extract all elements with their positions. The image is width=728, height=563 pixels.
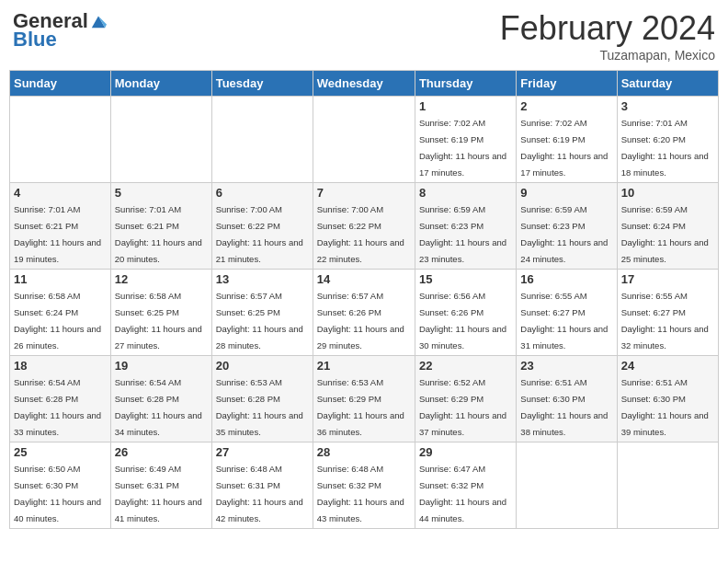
day-number: 28: [317, 445, 411, 459]
day-info: Sunrise: 7:02 AM Sunset: 6:19 PM Dayligh…: [419, 118, 506, 178]
calendar-day-cell: 7Sunrise: 7:00 AM Sunset: 6:22 PM Daylig…: [313, 183, 415, 270]
calendar-day-cell: 28Sunrise: 6:48 AM Sunset: 6:32 PM Dayli…: [313, 442, 415, 529]
day-info: Sunrise: 7:00 AM Sunset: 6:22 PM Dayligh…: [317, 204, 404, 264]
calendar-day-cell: [10, 97, 111, 183]
calendar-day-cell: 11Sunrise: 6:58 AM Sunset: 6:24 PM Dayli…: [10, 270, 111, 356]
day-number: 12: [115, 272, 208, 286]
day-info: Sunrise: 6:53 AM Sunset: 6:29 PM Dayligh…: [317, 377, 404, 437]
calendar-body: 1Sunrise: 7:02 AM Sunset: 6:19 PM Daylig…: [10, 97, 719, 529]
weekday-header-cell: Monday: [110, 71, 211, 97]
title-section: February 2024 Tuzamapan, Mexico: [500, 9, 715, 63]
day-info: Sunrise: 6:56 AM Sunset: 6:26 PM Dayligh…: [419, 291, 506, 350]
calendar-week-row: 11Sunrise: 6:58 AM Sunset: 6:24 PM Dayli…: [10, 270, 719, 356]
day-number: 7: [317, 186, 411, 200]
day-number: 6: [216, 186, 309, 200]
day-info: Sunrise: 6:59 AM Sunset: 6:24 PM Dayligh…: [621, 204, 709, 264]
calendar-day-cell: [517, 442, 617, 529]
day-number: 5: [115, 186, 208, 200]
logo-blue-text: Blue: [13, 28, 57, 52]
day-info: Sunrise: 6:59 AM Sunset: 6:23 PM Dayligh…: [520, 204, 608, 264]
calendar-day-cell: 13Sunrise: 6:57 AM Sunset: 6:25 PM Dayli…: [211, 270, 313, 356]
day-info: Sunrise: 6:54 AM Sunset: 6:28 PM Dayligh…: [14, 377, 101, 437]
calendar-day-cell: 3Sunrise: 7:01 AM Sunset: 6:20 PM Daylig…: [617, 97, 718, 183]
calendar-day-cell: 6Sunrise: 7:00 AM Sunset: 6:22 PM Daylig…: [211, 183, 313, 270]
day-number: 23: [520, 359, 612, 373]
day-number: 16: [520, 272, 612, 286]
calendar-day-cell: 2Sunrise: 7:02 AM Sunset: 6:19 PM Daylig…: [517, 97, 617, 183]
calendar-day-cell: 20Sunrise: 6:53 AM Sunset: 6:28 PM Dayli…: [211, 356, 313, 442]
day-info: Sunrise: 6:55 AM Sunset: 6:27 PM Dayligh…: [520, 291, 608, 350]
location: Tuzamapan, Mexico: [500, 48, 715, 63]
calendar-table: SundayMondayTuesdayWednesdayThursdayFrid…: [9, 70, 719, 529]
day-info: Sunrise: 7:01 AM Sunset: 6:21 PM Dayligh…: [115, 204, 202, 264]
calendar-week-row: 18Sunrise: 6:54 AM Sunset: 6:28 PM Dayli…: [10, 356, 719, 442]
weekday-header-cell: Thursday: [415, 71, 516, 97]
day-number: 14: [317, 272, 411, 286]
day-number: 29: [419, 445, 512, 459]
day-info: Sunrise: 6:48 AM Sunset: 6:31 PM Dayligh…: [216, 464, 303, 523]
calendar-day-cell: 27Sunrise: 6:48 AM Sunset: 6:31 PM Dayli…: [211, 442, 313, 529]
day-number: 13: [216, 272, 309, 286]
day-number: 4: [14, 186, 107, 200]
calendar-day-cell: 1Sunrise: 7:02 AM Sunset: 6:19 PM Daylig…: [415, 97, 516, 183]
day-number: 2: [520, 99, 612, 113]
logo-icon: [90, 13, 107, 29]
day-number: 21: [317, 359, 411, 373]
day-number: 25: [14, 445, 107, 459]
day-number: 8: [419, 186, 512, 200]
day-number: 9: [520, 186, 612, 200]
calendar-day-cell: 15Sunrise: 6:56 AM Sunset: 6:26 PM Dayli…: [415, 270, 516, 356]
calendar-day-cell: 5Sunrise: 7:01 AM Sunset: 6:21 PM Daylig…: [110, 183, 211, 270]
day-info: Sunrise: 6:47 AM Sunset: 6:32 PM Dayligh…: [419, 464, 506, 523]
day-info: Sunrise: 6:51 AM Sunset: 6:30 PM Dayligh…: [621, 377, 709, 437]
calendar-week-row: 1Sunrise: 7:02 AM Sunset: 6:19 PM Daylig…: [10, 97, 719, 183]
day-info: Sunrise: 6:50 AM Sunset: 6:30 PM Dayligh…: [14, 464, 101, 523]
day-info: Sunrise: 7:02 AM Sunset: 6:19 PM Dayligh…: [520, 118, 608, 178]
weekday-header-cell: Saturday: [617, 71, 718, 97]
calendar-day-cell: 14Sunrise: 6:57 AM Sunset: 6:26 PM Dayli…: [313, 270, 415, 356]
calendar-day-cell: 19Sunrise: 6:54 AM Sunset: 6:28 PM Dayli…: [110, 356, 211, 442]
calendar-day-cell: 17Sunrise: 6:55 AM Sunset: 6:27 PM Dayli…: [617, 270, 718, 356]
calendar-day-cell: 23Sunrise: 6:51 AM Sunset: 6:30 PM Dayli…: [517, 356, 617, 442]
calendar-day-cell: 10Sunrise: 6:59 AM Sunset: 6:24 PM Dayli…: [617, 183, 718, 270]
calendar-day-cell: 29Sunrise: 6:47 AM Sunset: 6:32 PM Dayli…: [415, 442, 516, 529]
day-info: Sunrise: 6:57 AM Sunset: 6:25 PM Dayligh…: [216, 291, 303, 350]
logo: General Blue: [13, 9, 107, 52]
page-header: General Blue February 2024 Tuzamapan, Me…: [9, 9, 719, 63]
calendar-day-cell: 18Sunrise: 6:54 AM Sunset: 6:28 PM Dayli…: [10, 356, 111, 442]
weekday-header-row: SundayMondayTuesdayWednesdayThursdayFrid…: [10, 71, 719, 97]
day-number: 22: [419, 359, 512, 373]
day-info: Sunrise: 6:58 AM Sunset: 6:24 PM Dayligh…: [14, 291, 101, 350]
day-number: 10: [621, 186, 714, 200]
day-number: 3: [621, 99, 714, 113]
weekday-header-cell: Friday: [517, 71, 617, 97]
day-number: 26: [115, 445, 208, 459]
day-info: Sunrise: 6:51 AM Sunset: 6:30 PM Dayligh…: [520, 377, 608, 437]
day-info: Sunrise: 6:54 AM Sunset: 6:28 PM Dayligh…: [115, 377, 202, 437]
day-number: 24: [621, 359, 714, 373]
calendar-day-cell: 12Sunrise: 6:58 AM Sunset: 6:25 PM Dayli…: [110, 270, 211, 356]
day-info: Sunrise: 6:57 AM Sunset: 6:26 PM Dayligh…: [317, 291, 404, 350]
calendar-day-cell: 16Sunrise: 6:55 AM Sunset: 6:27 PM Dayli…: [517, 270, 617, 356]
calendar-day-cell: [110, 97, 211, 183]
calendar-week-row: 25Sunrise: 6:50 AM Sunset: 6:30 PM Dayli…: [10, 442, 719, 529]
calendar-day-cell: [617, 442, 718, 529]
calendar-day-cell: 8Sunrise: 6:59 AM Sunset: 6:23 PM Daylig…: [415, 183, 516, 270]
day-info: Sunrise: 6:58 AM Sunset: 6:25 PM Dayligh…: [115, 291, 202, 350]
weekday-header-cell: Wednesday: [313, 71, 415, 97]
calendar-day-cell: [211, 97, 313, 183]
day-info: Sunrise: 6:55 AM Sunset: 6:27 PM Dayligh…: [621, 291, 709, 350]
calendar-day-cell: 22Sunrise: 6:52 AM Sunset: 6:29 PM Dayli…: [415, 356, 516, 442]
day-number: 20: [216, 359, 309, 373]
calendar-day-cell: 25Sunrise: 6:50 AM Sunset: 6:30 PM Dayli…: [10, 442, 111, 529]
day-info: Sunrise: 7:00 AM Sunset: 6:22 PM Dayligh…: [216, 204, 303, 264]
day-info: Sunrise: 6:59 AM Sunset: 6:23 PM Dayligh…: [419, 204, 506, 264]
calendar-week-row: 4Sunrise: 7:01 AM Sunset: 6:21 PM Daylig…: [10, 183, 719, 270]
day-info: Sunrise: 7:01 AM Sunset: 6:20 PM Dayligh…: [621, 118, 709, 178]
day-info: Sunrise: 6:52 AM Sunset: 6:29 PM Dayligh…: [419, 377, 506, 437]
day-info: Sunrise: 6:48 AM Sunset: 6:32 PM Dayligh…: [317, 464, 404, 523]
day-number: 15: [419, 272, 512, 286]
month-title: February 2024: [500, 9, 715, 48]
day-info: Sunrise: 6:53 AM Sunset: 6:28 PM Dayligh…: [216, 377, 303, 437]
calendar-day-cell: 24Sunrise: 6:51 AM Sunset: 6:30 PM Dayli…: [617, 356, 718, 442]
